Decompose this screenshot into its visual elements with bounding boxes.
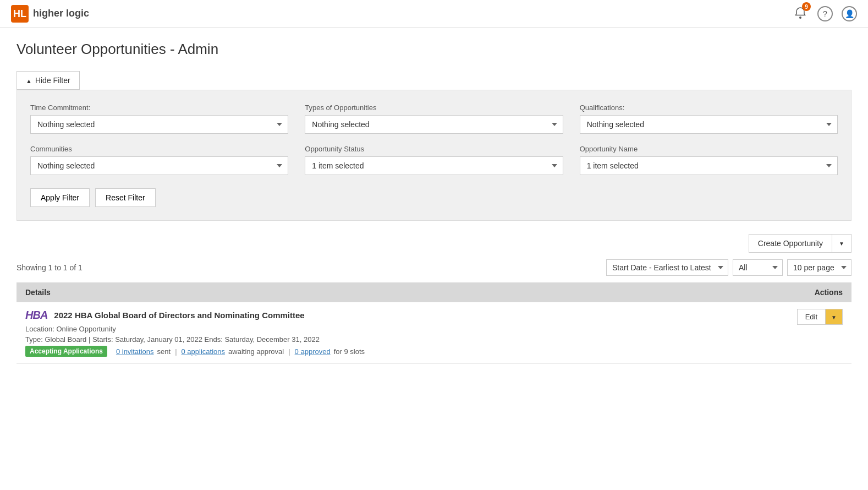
showing-text: Showing 1 to 1 of 1: [17, 263, 83, 272]
type-label: Type:: [25, 335, 43, 344]
opp-location: Location: Online Opportunity: [25, 325, 592, 333]
opp-title: 2022 HBA Global Board of Directors and N…: [54, 311, 304, 320]
status-label: Opportunity Status: [305, 145, 563, 153]
sort-controls: Start Date - Earliest to Latest Start Da…: [606, 259, 851, 276]
edit-button-group: Edit: [797, 309, 843, 325]
row-actions: Edit: [601, 302, 851, 364]
filter-toggle-label: Hide Filter: [35, 76, 70, 85]
location-label: Location:: [25, 325, 54, 333]
table-body: HBA 2022 HBA Global Board of Directors a…: [17, 302, 851, 364]
help-icon: ?: [823, 9, 827, 18]
filter-communities: Communities Nothing selected: [30, 145, 288, 175]
ends-label: Ends:: [205, 335, 223, 344]
row-details: HBA 2022 HBA Global Board of Directors a…: [17, 302, 601, 364]
sort-select[interactable]: Start Date - Earliest to Latest Start Da…: [606, 259, 728, 276]
starts-value: Saturday, January 01, 2022: [115, 335, 202, 344]
approved-suffix: for 9 slots: [334, 347, 365, 356]
notification-badge: 9: [802, 2, 811, 11]
approved-link[interactable]: 0 approved: [295, 347, 331, 356]
qualifications-select[interactable]: Nothing selected: [580, 115, 838, 134]
filter-qualifications: Qualifications: Nothing selected: [580, 104, 838, 134]
types-select[interactable]: Nothing selected: [305, 115, 563, 134]
communities-select[interactable]: Nothing selected: [30, 156, 288, 175]
type-value: Global Board: [45, 335, 86, 344]
help-button[interactable]: ?: [817, 6, 833, 21]
opp-type-dates: Type: Global Board | Starts: Saturday, J…: [25, 335, 592, 344]
starts-label: Starts:: [92, 335, 113, 344]
user-menu-button[interactable]: 👤: [842, 6, 857, 21]
table-header: Details Actions: [17, 282, 851, 302]
accepting-badge: Accepting Applications: [25, 346, 107, 357]
logo-text: higher logic: [33, 8, 89, 19]
notifications-button[interactable]: 9: [792, 4, 809, 23]
filter-toggle-icon: [26, 76, 32, 85]
filter-actions: Apply Filter Reset Filter: [30, 188, 838, 207]
invitations-link[interactable]: 0 invitations: [116, 347, 154, 356]
qualifications-label: Qualifications:: [580, 104, 838, 112]
applications-link[interactable]: 0 applications: [182, 347, 226, 356]
page-content: Volunteer Opportunities - Admin Hide Fil…: [0, 28, 868, 377]
filter-types: Types of Opportunities Nothing selected: [305, 104, 563, 134]
ends-value: Saturday, December 31, 2022: [224, 335, 319, 344]
filter-status: Opportunity Status 1 item selected: [305, 145, 563, 175]
reset-filter-button[interactable]: Reset Filter: [95, 188, 156, 207]
col-actions: Actions: [601, 282, 851, 302]
name-select[interactable]: 1 item selected: [580, 156, 838, 175]
name-label: Opportunity Name: [580, 145, 838, 153]
edit-dropdown-button[interactable]: [825, 309, 843, 325]
col-details: Details: [17, 282, 601, 302]
hba-logo: HBA: [25, 309, 47, 322]
chevron-down-icon: [831, 313, 837, 321]
invitations-suffix: sent: [157, 347, 171, 356]
hide-filter-button[interactable]: Hide Filter: [17, 71, 80, 90]
applications-suffix: awaiting approval: [228, 347, 284, 356]
chevron-down-icon: [839, 239, 844, 247]
logo-area: HL higher logic: [11, 5, 89, 23]
filter-name: Opportunity Name 1 item selected: [580, 145, 838, 175]
status-select[interactable]: 1 item selected: [305, 156, 563, 175]
create-opportunity-button[interactable]: Create Opportunity: [749, 234, 832, 253]
header-controls: 9 ? 👤: [792, 4, 857, 23]
create-opportunity-dropdown-button[interactable]: [832, 234, 851, 253]
header: HL higher logic 9 ? 👤: [0, 0, 868, 28]
filter-time-commitment: Time Commitment: Nothing selected: [30, 104, 288, 134]
types-label: Types of Opportunities: [305, 104, 563, 112]
user-icon: 👤: [845, 9, 854, 18]
results-table: Details Actions HBA 2022 HBA Global Boar…: [17, 282, 851, 364]
svg-text:HL: HL: [13, 8, 26, 19]
filter-grid: Time Commitment: Nothing selected Types …: [30, 104, 838, 175]
filter-all-select[interactable]: All Active Inactive: [733, 259, 783, 276]
page-title: Volunteer Opportunities - Admin: [17, 41, 851, 58]
opp-links: Accepting Applications 0 invitations sen…: [25, 346, 365, 357]
higher-logic-logo-icon: HL: [11, 5, 29, 23]
opp-header: HBA 2022 HBA Global Board of Directors a…: [25, 309, 592, 322]
svg-point-2: [799, 17, 801, 19]
filter-panel: Time Commitment: Nothing selected Types …: [17, 90, 851, 221]
location-value: Online Opportunity: [56, 325, 116, 333]
create-opportunity-group: Create Opportunity: [749, 234, 851, 253]
table-row: HBA 2022 HBA Global Board of Directors a…: [17, 302, 851, 364]
edit-button[interactable]: Edit: [797, 309, 825, 325]
time-commitment-label: Time Commitment:: [30, 104, 288, 112]
results-bar: Create Opportunity: [17, 234, 851, 253]
showing-row: Showing 1 to 1 of 1 Start Date - Earlies…: [17, 259, 851, 276]
time-commitment-select[interactable]: Nothing selected: [30, 115, 288, 134]
apply-filter-button[interactable]: Apply Filter: [30, 188, 90, 207]
communities-label: Communities: [30, 145, 288, 153]
per-page-select[interactable]: 10 per page 25 per page 50 per page: [787, 259, 851, 276]
